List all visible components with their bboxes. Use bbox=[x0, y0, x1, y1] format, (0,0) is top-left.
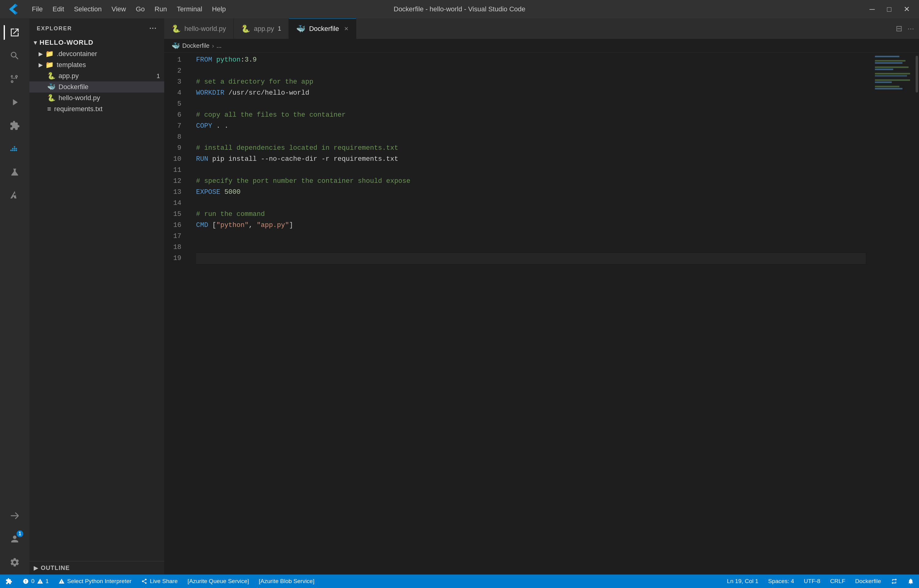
activity-extensions[interactable] bbox=[4, 115, 26, 137]
status-spaces[interactable]: Spaces: 4 bbox=[763, 575, 799, 588]
main-container: 1 EXPLORER ··· ▾ HELLO-WORLD ▶ 📁 .devcon… bbox=[0, 18, 919, 575]
warning-small-icon bbox=[58, 578, 65, 584]
breadcrumb-file[interactable]: Dockerfile bbox=[182, 42, 210, 49]
tab-label: Dockerfile bbox=[309, 25, 339, 33]
tab-label: app.py bbox=[254, 25, 274, 33]
menu-help[interactable]: Help bbox=[208, 3, 230, 15]
status-notifications[interactable] bbox=[903, 575, 919, 588]
activity-run-debug[interactable] bbox=[4, 91, 26, 113]
code-line-4: WORKDIR /usr/src/hello-world bbox=[196, 87, 866, 99]
tab-docker-icon: 🐳 bbox=[296, 24, 305, 33]
activity-explorer[interactable] bbox=[4, 21, 26, 44]
status-cursor-position[interactable]: Ln 19, Col 1 bbox=[722, 575, 763, 588]
line-num-16: 16 bbox=[164, 220, 181, 231]
tree-item-requirements[interactable]: ≡ requirements.txt bbox=[29, 103, 164, 115]
svg-rect-3 bbox=[10, 150, 11, 151]
tree-item-label: app.py bbox=[58, 72, 79, 80]
status-line-ending[interactable]: CRLF bbox=[825, 575, 850, 588]
line-num-8: 8 bbox=[164, 132, 181, 143]
line-num-14: 14 bbox=[164, 198, 181, 209]
error-circle-icon bbox=[23, 578, 29, 584]
workspace-folder-arrow: ▾ bbox=[34, 39, 37, 46]
status-live-share[interactable]: Live Share bbox=[136, 575, 183, 588]
tree-item-helloworldpy[interactable]: 🐍 hello-world.py bbox=[29, 92, 164, 103]
tree-item-dockerfile[interactable]: 🐳 Dockerfile bbox=[29, 81, 164, 92]
svg-rect-5 bbox=[14, 150, 15, 151]
status-azurite-queue[interactable]: [Azurite Queue Service] bbox=[183, 575, 254, 588]
tree-item-devcontainer[interactable]: ▶ 📁 .devcontainer bbox=[29, 48, 164, 60]
line-num-7: 7 bbox=[164, 121, 181, 132]
line-num-4: 4 bbox=[164, 87, 181, 99]
status-python-interpreter[interactable]: Select Python Interpreter bbox=[53, 575, 136, 588]
tree-item-label: templates bbox=[57, 61, 86, 69]
minimize-button[interactable]: ─ bbox=[866, 4, 878, 15]
status-errors[interactable]: 0 1 bbox=[18, 575, 53, 588]
activity-git[interactable] bbox=[4, 505, 26, 527]
error-count: 0 bbox=[31, 578, 35, 585]
close-button[interactable]: ✕ bbox=[901, 4, 913, 15]
line-num-2: 2 bbox=[164, 66, 181, 77]
menu-file[interactable]: File bbox=[27, 3, 47, 15]
menu-run[interactable]: Run bbox=[150, 3, 171, 15]
folder-collapse-arrow: ▶ bbox=[39, 50, 43, 57]
scrollbar-thumb[interactable] bbox=[916, 56, 918, 92]
line-ending-label: CRLF bbox=[830, 578, 845, 585]
python-file-icon: 🐍 bbox=[47, 94, 55, 102]
code-content[interactable]: FROM python:3.9 # set a directory for th… bbox=[189, 53, 866, 575]
tab-hello-world-py[interactable]: 🐍 hello-world.py bbox=[164, 18, 234, 39]
menu-view[interactable]: View bbox=[107, 3, 130, 15]
status-azurite-blob[interactable]: [Azurite Blob Service] bbox=[254, 575, 320, 588]
code-line-9: # install dependencies located in requir… bbox=[196, 143, 866, 154]
docker-file-icon: 🐳 bbox=[47, 83, 55, 91]
activity-search[interactable] bbox=[4, 45, 26, 67]
workspace-folder-header[interactable]: ▾ HELLO-WORLD bbox=[29, 37, 164, 48]
code-line-3: # set a directory for the app bbox=[196, 77, 866, 87]
more-actions-button[interactable]: ··· bbox=[908, 24, 914, 33]
tree-item-templates[interactable]: ▶ 📁 templates bbox=[29, 60, 164, 70]
encoding-label: UTF-8 bbox=[804, 578, 820, 585]
code-line-19 bbox=[196, 253, 866, 264]
svg-rect-10 bbox=[14, 146, 15, 148]
editor[interactable]: 1 2 3 4 5 6 7 8 9 10 11 12 13 14 15 16 1… bbox=[164, 53, 919, 575]
explorer-more-button[interactable]: ··· bbox=[150, 24, 157, 32]
status-bar: 0 1 Select Python Interpreter Live Share… bbox=[0, 575, 919, 588]
svg-rect-6 bbox=[16, 150, 17, 151]
account-badge: 1 bbox=[16, 530, 23, 537]
activity-docker[interactable] bbox=[4, 138, 26, 160]
activity-account[interactable]: 1 bbox=[4, 528, 26, 550]
code-line-1: FROM python:3.9 bbox=[196, 55, 866, 66]
tab-app-py[interactable]: 🐍 app.py 1 bbox=[234, 18, 289, 39]
code-line-2 bbox=[196, 66, 866, 77]
split-editor-button[interactable]: ⊟ bbox=[896, 24, 903, 33]
workspace-folder-name: HELLO-WORLD bbox=[40, 39, 94, 47]
explorer-title: EXPLORER bbox=[37, 26, 72, 32]
maximize-button[interactable]: □ bbox=[884, 4, 895, 15]
svg-rect-8 bbox=[14, 148, 15, 149]
tab-close-button[interactable]: ✕ bbox=[344, 26, 349, 32]
menu-selection[interactable]: Selection bbox=[69, 3, 106, 15]
tree-item-label: Dockerfile bbox=[58, 83, 89, 91]
breadcrumb-more[interactable]: ... bbox=[216, 42, 222, 49]
line-num-3: 3 bbox=[164, 77, 181, 87]
menu-edit[interactable]: Edit bbox=[48, 3, 68, 15]
menu-go[interactable]: Go bbox=[131, 3, 149, 15]
menu-terminal[interactable]: Terminal bbox=[173, 3, 207, 15]
outline-header[interactable]: ▶ OUTLINE bbox=[34, 564, 160, 572]
status-remote[interactable] bbox=[0, 575, 18, 588]
line-num-6: 6 bbox=[164, 110, 181, 121]
tree-item-apppy[interactable]: 🐍 app.py 1 bbox=[29, 70, 164, 81]
tab-dockerfile[interactable]: 🐳 Dockerfile ✕ bbox=[289, 18, 356, 39]
python-interpreter-label: Select Python Interpreter bbox=[67, 578, 131, 585]
editor-scrollbar[interactable] bbox=[915, 53, 919, 575]
activity-settings[interactable] bbox=[4, 551, 26, 573]
tree-item-label: requirements.txt bbox=[54, 105, 103, 113]
status-format[interactable] bbox=[886, 575, 903, 588]
code-line-10: RUN pip install --no-cache-dir -r requir… bbox=[196, 154, 866, 165]
status-encoding[interactable]: UTF-8 bbox=[799, 575, 825, 588]
code-line-14 bbox=[196, 198, 866, 209]
code-line-13: EXPOSE 5000 bbox=[196, 187, 866, 198]
activity-source-control[interactable] bbox=[4, 68, 26, 90]
activity-azure[interactable] bbox=[4, 184, 26, 207]
activity-test[interactable] bbox=[4, 161, 26, 183]
status-language-mode[interactable]: Dockerfile bbox=[850, 575, 886, 588]
